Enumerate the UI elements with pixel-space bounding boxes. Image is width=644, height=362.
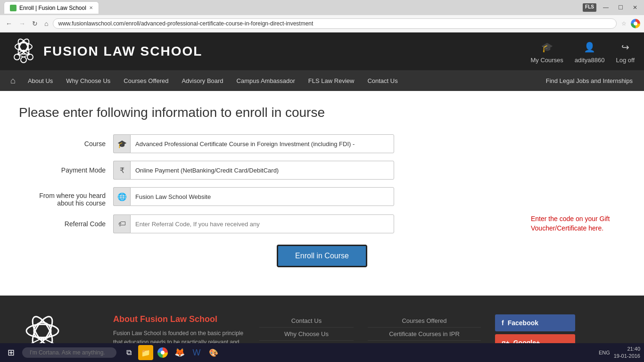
address-input[interactable] [53,18,617,29]
title-bar: Enroll | Fusion Law School ✕ FLS — ☐ ✕ [0,0,644,15]
nav-fls-law-review[interactable]: FLS Law Review [302,70,361,91]
taskbar-explorer[interactable]: 📁 [138,345,153,360]
browser-tab[interactable]: Enroll | Fusion Law School ✕ [4,1,99,14]
footer-link-why[interactable]: Why Choose Us [259,328,354,341]
heard-row: From where you heard about his course 🌐 … [19,187,625,207]
close-button[interactable]: ✕ [630,3,640,12]
referral-field-wrapper: 🏷 [113,214,521,233]
nav-bar: ⌂ About Us Why Choose Us Courses Offered… [0,70,644,91]
enroll-btn-wrapper: Enroll in Course [19,245,625,267]
page-title: Please enter following information to en… [19,105,625,120]
heard-icon: 🌐 [113,187,130,206]
heard-field-wrapper: 🌐 Fusion Law School Website [113,187,625,206]
referral-icon: 🏷 [113,214,130,233]
site-header: FUSION LAW SCHOOL 🎓 My Courses 👤 aditya8… [0,33,644,70]
fls-badge: FLS [583,3,596,12]
referral-hint: Enter the code on your Gift Voucher/Cert… [531,214,625,233]
payment-select[interactable]: Online Payment (NetBanking/Credit Card/D… [130,161,394,180]
my-courses-label: My Courses [530,57,563,64]
taskbar-taskview[interactable]: ⧉ [121,345,136,360]
taskbar-time: 21:40 19-01-2016 [614,346,640,360]
taskbar-firefox[interactable]: 🦊 [172,345,187,360]
enroll-button[interactable]: Enroll in Course [277,245,367,267]
payment-row: Payment Mode ₹ Online Payment (NetBankin… [19,161,625,180]
referral-label: Referral Code [19,220,113,228]
nav-about-us[interactable]: About Us [21,70,59,91]
footer-about-title: About Fusion Law School [113,314,245,324]
svg-point-13 [26,324,58,337]
maximize-button[interactable]: ☐ [615,3,626,12]
svg-point-5 [21,57,26,63]
nav-courses-offered[interactable]: Courses Offered [117,70,175,91]
main-content: Please enter following information to en… [0,91,644,296]
tab-favicon [10,5,17,11]
browser-chrome: Enroll | Fusion Law School ✕ FLS — ☐ ✕ ←… [0,0,644,33]
payment-field-wrapper: ₹ Online Payment (NetBanking/Credit Card… [113,161,625,180]
logo-icon [9,37,38,66]
home-button[interactable]: ⌂ [42,19,50,28]
taskbar-word[interactable]: W [189,345,204,360]
footer-courses-ipr[interactable]: Certificate Courses in IPR [368,328,481,341]
tab-title: Enroll | Fusion Law School [19,5,86,11]
username-label: aditya8860 [575,57,605,64]
logoff-nav[interactable]: ↪ Log off [616,40,635,64]
nav-campus-ambassador[interactable]: Campus Ambassador [230,70,302,91]
start-button[interactable]: ⊞ [4,346,18,360]
svg-point-1 [15,43,32,50]
user-icon: 👤 [582,40,597,55]
taskbar-apps: ⧉ 📁 🦊 W 🎨 [121,345,221,360]
username-nav[interactable]: 👤 aditya8860 [575,40,605,64]
facebook-icon: f [502,319,504,327]
logo-text: FUSION LAW SCHOOL [43,44,202,59]
payment-icon: ₹ [113,161,130,180]
chrome-icon [631,19,640,28]
bookmark-icon[interactable]: ☆ [619,19,628,28]
window-controls: FLS — ☐ ✕ [583,3,640,12]
logoff-icon: ↪ [618,40,633,55]
address-bar: ← → ↻ ⌂ ☆ [0,15,644,32]
taskbar: ⊞ ⧉ 📁 🦊 W 🎨 ENG 21:40 19-01-2016 [0,343,644,362]
taskbar-chrome[interactable] [155,345,170,360]
course-select[interactable]: Advanced Professional Certificate Course… [130,134,394,153]
facebook-button[interactable]: f Facebook [495,314,575,331]
heard-label: From where you heard about his course [19,187,113,207]
minimize-button[interactable]: — [600,3,611,12]
logoff-label: Log off [616,57,635,64]
refresh-button[interactable]: ↻ [30,19,40,28]
header-nav-right: 🎓 My Courses 👤 aditya8860 ↪ Log off [530,40,635,64]
taskbar-paint[interactable]: 🎨 [206,345,221,360]
nav-why-choose-us[interactable]: Why Choose Us [59,70,117,91]
taskbar-lang: ENG [599,350,610,355]
course-icon: 🎓 [113,134,130,153]
nav-contact-us[interactable]: Contact Us [361,70,404,91]
footer-courses-offered[interactable]: Courses Offered [368,314,481,328]
nav-home[interactable]: ⌂ [5,70,21,91]
my-courses-nav[interactable]: 🎓 My Courses [530,40,563,64]
referral-input[interactable] [130,214,394,233]
my-courses-icon: 🎓 [539,40,554,55]
logo-area: FUSION LAW SCHOOL [9,37,530,66]
referral-row: Referral Code 🏷 Enter the code on your G… [19,214,625,233]
heard-select[interactable]: Fusion Law School Website [130,187,394,206]
nav-legal-jobs[interactable]: Find Legal Jobs and Internships [539,70,639,91]
footer-link-contact[interactable]: Contact Us [259,314,354,328]
forward-button[interactable]: → [17,19,27,28]
course-row: Course 🎓 Advanced Professional Certifica… [19,134,625,153]
facebook-label: Facebook [508,319,538,327]
tab-close-button[interactable]: ✕ [89,5,93,10]
taskbar-right: ENG 21:40 19-01-2016 [599,346,640,360]
course-label: Course [19,140,113,148]
nav-advisory-board[interactable]: Advisory Board [175,70,230,91]
course-field-wrapper: 🎓 Advanced Professional Certificate Cour… [113,134,625,153]
back-button[interactable]: ← [4,19,14,28]
payment-label: Payment Mode [19,166,113,174]
taskbar-search[interactable] [22,347,116,358]
